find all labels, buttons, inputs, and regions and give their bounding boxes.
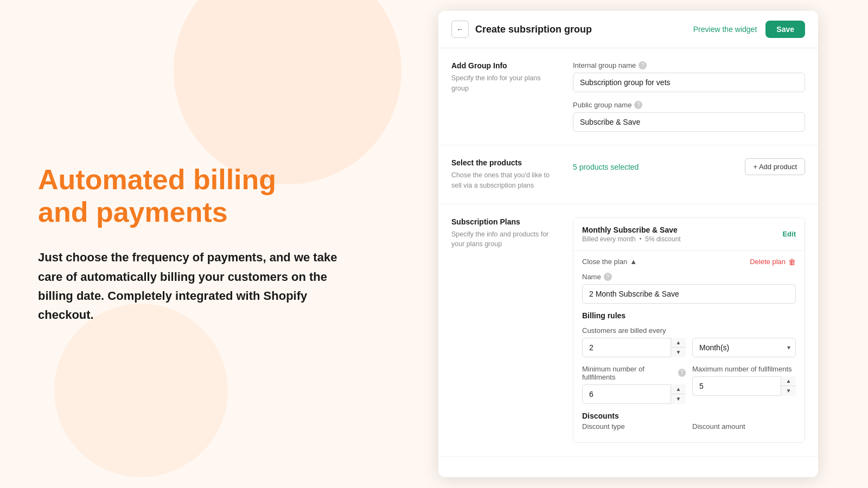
left-panel: Automated billing and payments Just choo… — [0, 0, 401, 488]
add-group-content: Internal group name ? Public group name … — [573, 61, 805, 132]
billing-period-select-wrap: Month(s) Week(s) Day(s) — [692, 338, 796, 357]
chevron-up-icon: ▲ — [630, 258, 637, 266]
billing-row: ▲ ▼ Month(s) Week(s) — [582, 338, 796, 357]
plan-billing-desc: Billed every month • 5% discount — [582, 235, 681, 243]
min-fulfillments-label: Minimum number of fullfilments ? — [582, 365, 686, 381]
billing-every-label: Customers are billed every — [582, 326, 796, 335]
min-fulfillments-stepper: ▲ ▼ — [671, 384, 686, 404]
add-group-section: Add Group Info Specify the info for your… — [438, 48, 818, 145]
max-fulfillments-wrap: ▲ ▼ — [692, 376, 796, 396]
products-section: Select the products Chose the ones that … — [438, 145, 818, 204]
plan-expanded: Close the plan ▲ Delete plan 🗑 — [573, 251, 805, 442]
billing-decrement-button[interactable]: ▼ — [671, 348, 686, 357]
billing-number-wrap: ▲ ▼ — [582, 338, 686, 357]
plan-name-label: Name ? — [582, 273, 796, 281]
plan-actions-bar: Close the plan ▲ Delete plan 🗑 — [582, 251, 796, 273]
min-fulfillments-increment-button[interactable]: ▲ — [671, 384, 686, 395]
internal-name-field-group: Internal group name ? — [573, 61, 805, 92]
plans-title: Subscription Plans — [451, 217, 560, 226]
add-group-desc: Specify the info for your plans group — [451, 73, 560, 94]
card-header-left: ← Create subsription group — [451, 21, 592, 38]
public-group-name-input[interactable] — [573, 112, 805, 132]
subscription-plans-section: Subscription Plans Specify the info and … — [438, 204, 818, 457]
add-product-button[interactable]: + Add product — [745, 158, 805, 175]
discounts-title: Discounts — [582, 412, 796, 420]
plan-name: Monthly Subscribe & Save — [582, 226, 681, 234]
products-content: 5 products selected + Add product — [573, 158, 805, 191]
min-fulfillments-decrement-button[interactable]: ▼ — [671, 394, 686, 404]
max-fulfillments-stepper: ▲ ▼ — [781, 376, 796, 396]
card-title: Create subsription group — [475, 24, 592, 35]
min-fulfillments-field: Minimum number of fullfilments ? ▲ ▼ — [582, 365, 686, 404]
card-header-right: Preview the widget Save — [693, 21, 805, 38]
internal-name-info-icon[interactable]: ? — [639, 61, 647, 69]
max-fulfillments-decrement-button[interactable]: ▼ — [781, 386, 796, 396]
preview-widget-link[interactable]: Preview the widget — [693, 25, 757, 34]
plan-name-info-icon[interactable]: ? — [604, 273, 612, 281]
products-label: Select the products Chose the ones that … — [451, 158, 560, 191]
billing-period-select[interactable]: Month(s) Week(s) Day(s) — [692, 338, 796, 357]
max-fulfillments-increment-button[interactable]: ▲ — [781, 376, 796, 387]
plan-name-input[interactable] — [582, 284, 796, 304]
max-fulfillments-field: Maximum number of fullfilments ▲ ▼ — [692, 365, 796, 404]
save-button[interactable]: Save — [765, 21, 805, 38]
main-card: ← Create subsription group Preview the w… — [438, 11, 818, 477]
public-name-label: Public group name ? — [573, 101, 805, 109]
billing-period-field: Month(s) Week(s) Day(s) — [692, 338, 796, 357]
plans-desc: Specify the info and products for your p… — [451, 229, 560, 250]
discount-amount-field: Discount amount — [692, 422, 796, 434]
internal-group-name-input[interactable] — [573, 73, 805, 92]
internal-name-label: Internal group name ? — [573, 61, 805, 69]
products-title: Select the products — [451, 158, 560, 167]
delete-plan-button[interactable]: Delete plan 🗑 — [750, 258, 796, 266]
plan-edit-button[interactable]: Edit — [782, 230, 796, 238]
products-selected-count: 5 products selected — [573, 163, 639, 171]
right-panel: ← Create subsription group Preview the w… — [401, 0, 868, 488]
add-group-label: Add Group Info Specify the info for your… — [451, 61, 560, 132]
plan-header-left: Monthly Subscribe & Save Billed every mo… — [582, 226, 681, 243]
discount-type-label: Discount type — [582, 422, 686, 431]
products-desc: Chose the ones that you'd like to sell v… — [451, 170, 560, 191]
close-plan-button[interactable]: Close the plan ▲ — [582, 258, 637, 266]
discount-amount-label: Discount amount — [692, 422, 796, 431]
card-body: Add Group Info Specify the info for your… — [438, 48, 818, 477]
add-group-title: Add Group Info — [451, 61, 560, 70]
back-button[interactable]: ← — [451, 21, 469, 38]
card-header: ← Create subsription group Preview the w… — [438, 11, 818, 48]
plans-content: Monthly Subscribe & Save Billed every mo… — [573, 217, 805, 443]
billing-stepper: ▲ ▼ — [671, 338, 686, 357]
discount-type-field: Discount type — [582, 422, 686, 434]
min-fulfillments-wrap: ▲ ▼ — [582, 384, 686, 404]
plan-name-field: Name ? — [582, 273, 796, 304]
billing-increment-button[interactable]: ▲ — [671, 338, 686, 348]
plan-header: Monthly Subscribe & Save Billed every mo… — [573, 218, 805, 251]
public-name-info-icon[interactable]: ? — [634, 101, 642, 109]
min-fulfillments-info-icon[interactable]: ? — [678, 369, 686, 377]
billing-rules-title: Billing rules — [582, 311, 796, 320]
fulfillments-row: Minimum number of fullfilments ? ▲ ▼ — [582, 365, 796, 404]
trash-icon: 🗑 — [788, 258, 796, 266]
public-name-field-group: Public group name ? — [573, 101, 805, 132]
main-title: Automated billing and payments — [38, 164, 363, 229]
plan-card: Monthly Subscribe & Save Billed every mo… — [573, 217, 805, 443]
max-fulfillments-label: Maximum number of fullfilments — [692, 365, 796, 373]
plans-label: Subscription Plans Specify the info and … — [451, 217, 560, 443]
billing-number-field: ▲ ▼ — [582, 338, 686, 357]
main-description: Just choose the frequency of payments, a… — [38, 248, 353, 324]
back-arrow-icon: ← — [456, 25, 464, 34]
products-row: 5 products selected + Add product — [573, 158, 805, 175]
discounts-subtitle-row: Discount type Discount amount — [582, 422, 796, 434]
